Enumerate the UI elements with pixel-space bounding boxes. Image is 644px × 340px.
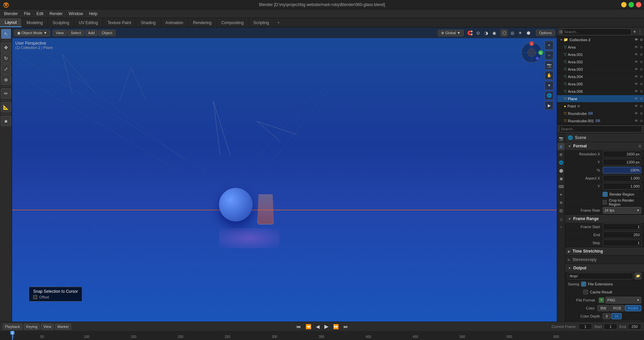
step-back-button[interactable]: ⏪	[304, 323, 313, 330]
stereoscopy-header[interactable]: ▶ Stereoscopy	[565, 256, 644, 264]
outliner-point[interactable]: ● Point ⊕ 👁⊙	[557, 103, 644, 110]
rotate-tool-button[interactable]: ↻	[1, 53, 11, 63]
view-layer-tab[interactable]: ⊞	[557, 151, 565, 158]
eye-icon[interactable]: 👁	[635, 104, 638, 108]
eye-icon[interactable]: 👁	[635, 53, 638, 56]
frame-rate-dropdown[interactable]: 24 fps ▼	[603, 207, 641, 214]
options-button[interactable]: Options	[536, 30, 555, 36]
menu-help[interactable]: Help	[86, 11, 100, 17]
scene-gizmo[interactable]: 🌐	[545, 91, 553, 100]
output-path-input[interactable]	[568, 273, 633, 279]
proportional-edit[interactable]: ⊙	[474, 29, 482, 37]
viewport[interactable]: ▣ Object Mode ▼ View Select Add Object ⊕…	[12, 27, 557, 322]
eye-icon[interactable]: 👁	[635, 38, 638, 42]
eye-icon[interactable]: 👁	[635, 112, 638, 115]
restrict-icon[interactable]: ⊙	[640, 112, 643, 115]
xray-toggle[interactable]: ◉	[490, 29, 498, 37]
annotate-tool-button[interactable]: ✏	[1, 88, 11, 98]
object-props-tab[interactable]: ▣	[557, 175, 565, 182]
output-header[interactable]: ▼ Output	[565, 264, 644, 272]
menu-window[interactable]: Window	[66, 11, 86, 17]
resolution-pct-input[interactable]	[603, 167, 641, 174]
global-transform[interactable]: ⊕ Global ▼	[438, 30, 464, 36]
tab-layout[interactable]: Layout	[0, 18, 22, 27]
eye-icon[interactable]: 👁	[635, 60, 638, 64]
frame-start-input[interactable]	[603, 223, 641, 230]
tab-uv-editing[interactable]: UV Editing	[74, 18, 103, 27]
tab-animation[interactable]: Animation	[161, 18, 188, 27]
outliner-area[interactable]: ▽ Area 👁⊙	[557, 44, 644, 51]
rgba-color-button[interactable]: RGBA	[625, 305, 641, 311]
tab-sculpting[interactable]: Sculpting	[48, 18, 74, 27]
world-tab[interactable]: ⬤	[557, 167, 565, 174]
menu-edit[interactable]: Edit	[34, 11, 46, 17]
timeline-playhead[interactable]	[12, 331, 13, 340]
restrict-icon[interactable]: ⊙	[640, 82, 643, 86]
tab-shading[interactable]: Shading	[136, 18, 161, 27]
cache-result-checkbox[interactable]	[583, 290, 588, 294]
playback-menu[interactable]: Playback	[3, 324, 22, 330]
material-view[interactable]: ◎	[508, 29, 516, 37]
eye-icon[interactable]: 👁	[635, 82, 638, 86]
add-workspace-button[interactable]: +	[274, 19, 283, 26]
scale-tool-button[interactable]: ⤢	[1, 64, 11, 74]
marker-menu[interactable]: Marker	[55, 324, 71, 330]
eye-icon[interactable]: 👁	[635, 67, 638, 71]
tab-scripting[interactable]: Scripting	[249, 18, 274, 27]
add-menu[interactable]: Add	[85, 30, 98, 36]
keying-menu[interactable]: Keying	[24, 324, 40, 330]
outliner-plane[interactable]: ▽ Plane 👁⊙	[557, 95, 644, 103]
eye-icon[interactable]: 👁	[635, 97, 638, 100]
hand-gizmo[interactable]: ✋	[545, 71, 553, 80]
timeline-ruler[interactable]: 0 50 100 150 200 250 300 350 400 450 500…	[0, 331, 644, 340]
restrict-icon[interactable]: ⊙	[640, 60, 643, 64]
jump-end-button[interactable]: ⏭	[342, 323, 350, 330]
play-reverse-button[interactable]: ◀	[315, 323, 321, 330]
properties-search-input[interactable]	[559, 126, 642, 132]
format-options-icon[interactable]: ☰	[638, 144, 641, 148]
rgb-color-button[interactable]: RGB	[610, 305, 624, 311]
play-button[interactable]: ▶	[323, 323, 330, 330]
menu-file[interactable]: File	[21, 11, 33, 17]
filter-icon[interactable]: ▼	[633, 29, 637, 34]
aspect-y-input[interactable]	[603, 183, 641, 190]
physics-tab[interactable]: ⚙	[557, 199, 565, 206]
outliner-area004[interactable]: ▽ Area.004 👁⊙	[557, 73, 644, 80]
restrict-icon[interactable]: ⊙	[640, 38, 643, 42]
end-frame-input[interactable]	[628, 324, 641, 330]
restrict-icon[interactable]: ⊙	[640, 53, 643, 56]
current-frame-input[interactable]	[579, 324, 592, 330]
object-menu[interactable]: Object	[99, 30, 115, 36]
outliner-area006[interactable]: ▽ Area.006 👁⊙	[557, 88, 644, 95]
output-path-browse-button[interactable]: 📁	[635, 273, 641, 279]
tab-compositing[interactable]: Compositing	[217, 18, 249, 27]
minimize-button[interactable]	[621, 2, 627, 7]
material-tab[interactable]: ○	[557, 223, 565, 230]
file-extensions-checkbox[interactable]	[581, 282, 586, 286]
maximize-button[interactable]	[629, 2, 634, 7]
scene-canvas[interactable]: Z X Y + − 📷 ✋ ☀ 🌐 ▶	[12, 27, 557, 322]
resolution-x-input[interactable]	[603, 151, 641, 157]
object-data-tab[interactable]: △	[557, 215, 565, 222]
outliner-area002[interactable]: ▽ Area.002 👁⊙	[557, 58, 644, 66]
navigation-gizmo[interactable]: Z X Y	[520, 41, 543, 64]
rendered-view[interactable]: ☀	[517, 29, 524, 37]
menu-render[interactable]: Render	[47, 11, 65, 17]
restrict-icon[interactable]: ⊙	[640, 67, 643, 71]
overlay-toggle[interactable]: ◑	[482, 29, 490, 37]
cursor-tool-button[interactable]: ↖	[1, 29, 11, 39]
render-props-tab[interactable]: 📷	[557, 135, 565, 142]
tab-rendering[interactable]: Rendering	[188, 18, 216, 27]
add-cube-tool-button[interactable]: ▣	[1, 116, 11, 126]
eye-icon[interactable]: 👁	[635, 75, 638, 78]
close-button[interactable]	[636, 2, 641, 7]
menu-blender[interactable]: Blender	[1, 11, 20, 17]
object-mode-selector[interactable]: ▣ Object Mode ▼	[14, 30, 50, 36]
restrict-icon[interactable]: ⊙	[640, 104, 643, 108]
restrict-icon[interactable]: ⊙	[640, 119, 643, 123]
frame-end-input[interactable]	[603, 231, 641, 238]
offset-checkbox[interactable]	[33, 295, 37, 299]
wireframe-view[interactable]: ⬢	[525, 29, 532, 37]
restrict-icon[interactable]: ⊙	[640, 97, 643, 100]
scene-tab[interactable]: 🌐	[557, 159, 565, 166]
